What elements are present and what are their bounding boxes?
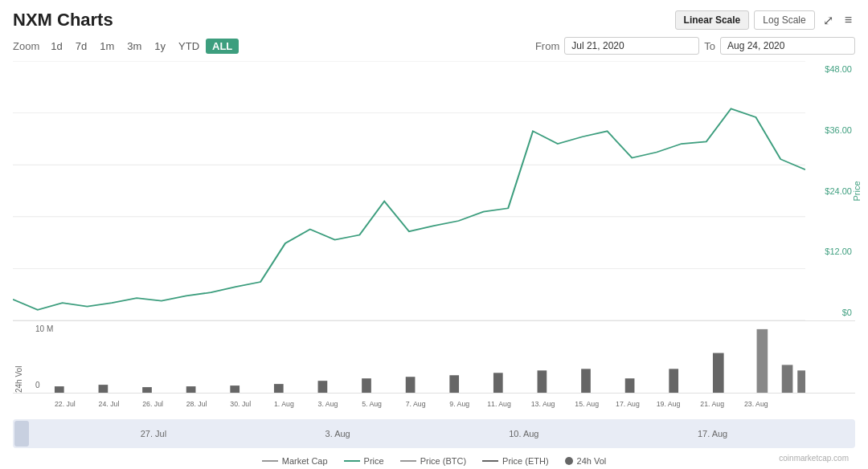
zoom-7d[interactable]: 7d <box>69 39 93 54</box>
legend: Market Cap Price Price (BTC) Price (ETH)… <box>13 451 855 469</box>
scrollbar-date-4: 17. Aug <box>698 429 727 438</box>
expand-icon[interactable]: ⤢ <box>820 11 837 30</box>
header-controls: Linear Scale Log Scale ⤢ ≡ <box>675 10 855 30</box>
price-chart-svg-container <box>13 61 805 320</box>
svg-rect-17 <box>538 370 547 393</box>
svg-text:26. Jul: 26. Jul <box>142 400 163 408</box>
vol-label-10m: 10 M <box>35 324 53 333</box>
scrollbar-date-3: 10. Aug <box>509 429 538 438</box>
to-label: To <box>704 40 715 52</box>
vol-axis: 10 M 0 <box>35 321 53 393</box>
volume-axis-title: 24h Vol <box>14 321 23 393</box>
scrollbar[interactable]: 27. Jul 3. Aug 10. Aug 17. Aug <box>13 419 855 448</box>
price-label-36: $36.00 <box>805 125 855 135</box>
svg-text:7. Aug: 7. Aug <box>406 400 426 408</box>
legend-market-cap-label: Market Cap <box>282 456 328 466</box>
svg-text:24. Jul: 24. Jul <box>99 400 120 408</box>
main-container: NXM Charts Linear Scale Log Scale ⤢ ≡ Zo… <box>0 0 868 469</box>
svg-rect-8 <box>142 387 152 393</box>
svg-rect-11 <box>274 384 284 393</box>
zoom-1d[interactable]: 1d <box>44 39 68 54</box>
x-axis-svg: 22. Jul 24. Jul 26. Jul 28. Jul 30. Jul … <box>53 394 805 416</box>
zoom-3m[interactable]: 3m <box>121 39 148 54</box>
svg-text:22. Jul: 22. Jul <box>55 400 76 408</box>
svg-rect-6 <box>55 386 64 393</box>
chart-area: $48.00 $36.00 $24.00 $12.00 $0 Price 24h… <box>13 61 855 469</box>
svg-rect-23 <box>782 365 793 393</box>
svg-rect-24 <box>797 370 805 393</box>
legend-price-btc-line <box>400 460 416 462</box>
legend-24h-vol-dot <box>565 457 573 465</box>
price-axis-title: Price <box>852 181 862 201</box>
legend-price-eth: Price (ETH) <box>482 456 548 466</box>
x-axis: 22. Jul 24. Jul 26. Jul 28. Jul 30. Jul … <box>53 394 805 416</box>
svg-rect-9 <box>186 386 196 393</box>
scrollbar-date-2: 3. Aug <box>326 429 350 438</box>
svg-rect-7 <box>99 385 108 393</box>
svg-text:15. Aug: 15. Aug <box>575 400 599 408</box>
linear-scale-button[interactable]: Linear Scale <box>675 10 750 30</box>
svg-text:30. Jul: 30. Jul <box>230 400 251 408</box>
zoom-ytd[interactable]: YTD <box>172 39 206 54</box>
vol-label-0: 0 <box>35 381 53 389</box>
zoom-1m[interactable]: 1m <box>93 39 121 54</box>
menu-icon[interactable]: ≡ <box>841 11 855 29</box>
date-range: From To <box>535 37 855 55</box>
price-label-48: $48.00 <box>805 64 855 74</box>
svg-text:23. Aug: 23. Aug <box>744 400 768 408</box>
from-date-input[interactable] <box>564 37 699 55</box>
svg-text:21. Aug: 21. Aug <box>700 400 724 408</box>
svg-rect-14 <box>406 377 416 393</box>
svg-rect-13 <box>362 378 371 393</box>
price-label-12: $12.00 <box>805 247 855 256</box>
svg-rect-21 <box>713 353 724 393</box>
svg-rect-16 <box>493 373 503 393</box>
legend-price: Price <box>344 456 384 466</box>
svg-text:19. Aug: 19. Aug <box>657 400 681 408</box>
legend-price-btc: Price (BTC) <box>400 456 466 466</box>
svg-text:1. Aug: 1. Aug <box>274 400 294 408</box>
legend-price-label: Price <box>364 456 384 466</box>
svg-text:17. Aug: 17. Aug <box>616 400 640 408</box>
zoom-label: Zoom <box>13 40 39 52</box>
scrollbar-dates: 27. Jul 3. Aug 10. Aug 17. Aug <box>13 419 855 448</box>
svg-rect-12 <box>318 381 328 393</box>
svg-text:28. Jul: 28. Jul <box>186 400 207 408</box>
svg-rect-10 <box>230 385 240 393</box>
svg-rect-19 <box>625 378 635 393</box>
legend-price-btc-label: Price (BTC) <box>420 456 466 466</box>
price-chart-svg <box>13 61 805 320</box>
legend-24h-vol: 24h Vol <box>565 456 607 466</box>
legend-24h-vol-label: 24h Vol <box>577 456 607 466</box>
page-title: NXM Charts <box>13 10 113 31</box>
volume-chart: 24h Vol 10 M 0 <box>13 321 855 394</box>
svg-text:3. Aug: 3. Aug <box>318 400 338 408</box>
watermark: coinmarketcap.com <box>779 454 849 463</box>
vol-svg-container <box>53 321 805 393</box>
svg-rect-22 <box>757 329 768 393</box>
svg-text:13. Aug: 13. Aug <box>531 400 555 408</box>
legend-market-cap: Market Cap <box>262 456 328 466</box>
svg-rect-18 <box>581 369 591 393</box>
legend-price-line <box>344 460 360 462</box>
zoom-1y[interactable]: 1y <box>148 39 172 54</box>
header-row: NXM Charts Linear Scale Log Scale ⤢ ≡ <box>13 10 855 31</box>
vol-svg <box>53 321 805 393</box>
svg-text:11. Aug: 11. Aug <box>487 400 511 408</box>
log-scale-button[interactable]: Log Scale <box>754 10 814 30</box>
from-label: From <box>535 40 559 52</box>
scrollbar-date-1: 27. Jul <box>141 429 166 438</box>
to-date-input[interactable] <box>720 37 855 55</box>
zoom-all[interactable]: ALL <box>206 39 239 54</box>
zoom-row: Zoom 1d 7d 1m 3m 1y YTD ALL From To <box>13 37 855 55</box>
svg-rect-20 <box>669 369 678 393</box>
svg-rect-15 <box>449 375 459 393</box>
price-label-24: $24.00 <box>805 186 855 196</box>
price-label-0: $0 <box>805 308 855 317</box>
svg-text:5. Aug: 5. Aug <box>362 400 382 408</box>
svg-text:9. Aug: 9. Aug <box>449 400 469 408</box>
legend-price-eth-label: Price (ETH) <box>502 456 548 466</box>
legend-price-eth-line <box>482 460 498 462</box>
main-price-chart: $48.00 $36.00 $24.00 $12.00 $0 Price <box>13 61 855 321</box>
scrollbar-handle[interactable] <box>14 421 29 447</box>
